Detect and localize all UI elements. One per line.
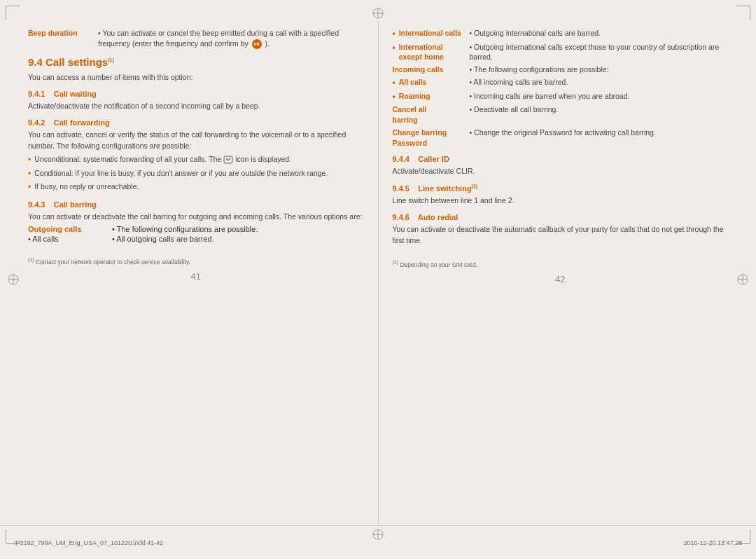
intl-calls-text: International calls xyxy=(399,28,461,39)
change-bold: Change barringPassword xyxy=(393,127,447,148)
sub-num-944: 9.4.4 xyxy=(393,155,410,163)
bullet-dot-2: • xyxy=(28,168,31,180)
left-page-num: 41 xyxy=(28,271,364,282)
incoming-calls-label: Incoming calls xyxy=(393,64,470,75)
intl-calls-label: • International calls xyxy=(393,28,470,40)
sub-heading-944: 9.4.4 Caller ID xyxy=(393,155,729,163)
all-incoming-label: • All calls xyxy=(393,77,470,89)
all-calls-desc-right: • All outgoing calls are barred. xyxy=(112,235,364,243)
corner-tr xyxy=(736,6,750,20)
change-password-label: Change barringPassword xyxy=(393,127,470,148)
sub-title-944: Caller ID xyxy=(418,155,449,163)
cancel-barring-row: Cancel allbarring • Deactivate all call … xyxy=(393,104,729,125)
sub-num-943: 9.4.3 xyxy=(28,200,45,209)
beep-duration-label: Beep duration xyxy=(28,28,98,49)
cancel-bold: Cancel allbarring xyxy=(393,104,427,125)
cancel-barring-label: Cancel allbarring xyxy=(393,104,470,125)
outgoing-desc: • The following configurations are possi… xyxy=(112,225,364,233)
right-column: • International calls • Outgoing interna… xyxy=(379,21,736,524)
left-footnote-sup: (1) xyxy=(28,257,34,262)
roaming-row: • Roaming • Incoming calls are barred wh… xyxy=(393,91,729,103)
roaming-bullet: • xyxy=(393,91,396,103)
change-password-row: Change barringPassword • Change the orig… xyxy=(393,127,729,148)
intl-home-bullet: • xyxy=(393,42,396,54)
sub-title-946: Auto redial xyxy=(418,213,458,221)
sub-944-desc: Activate/deactivate CLIR. xyxy=(393,166,729,177)
bullet-text-3: If busy, no reply or unreachable. xyxy=(34,181,139,192)
all-incoming-row: • All calls • All incoming calls are bar… xyxy=(393,77,729,89)
sub-941-desc: Activate/deactivate the notification of … xyxy=(28,101,364,111)
sub-num-945: 9.4.5 xyxy=(393,184,410,193)
all-calls-desc: • All outgoing calls are barred. xyxy=(112,235,214,243)
sub-heading-946: 9.4.6 Auto redial xyxy=(393,213,729,221)
incoming-bold: Incoming calls xyxy=(393,64,444,75)
bullet-busy: • If busy, no reply or unreachable. xyxy=(28,181,364,193)
footer-left-text: IP3192_799A_UM_Eng_USA_07_101220.indd 41… xyxy=(14,539,683,546)
ok-button-icon: ok xyxy=(252,39,262,49)
intl-bullet: • xyxy=(393,28,396,40)
sub-heading-942: 9.4.2 Call forwarding xyxy=(28,118,364,127)
bullet-text-2: Conditional: if your line is busy, if yo… xyxy=(34,168,328,179)
sub-title-942: Call forwarding xyxy=(54,118,110,127)
beep-duration-desc: • You can activate or cancel the beep em… xyxy=(98,28,364,49)
page-container: Beep duration • You can activate or canc… xyxy=(0,0,756,559)
footer: IP3192_799A_UM_Eng_USA_07_101220.indd 41… xyxy=(0,525,756,559)
all-calls-label: • All calls xyxy=(28,235,59,243)
page-41: 41 xyxy=(191,271,201,282)
content-area: Beep duration • You can activate or canc… xyxy=(21,21,735,524)
intl-home-text: Internationalexcept home xyxy=(399,42,444,62)
corner-tl xyxy=(6,6,20,20)
sub5-sup: (1) xyxy=(472,184,478,188)
outgoing-desc-text: • The following configurations are possi… xyxy=(112,225,258,233)
section-sup: (1) xyxy=(108,57,114,62)
sub-title-943: Call barring xyxy=(54,200,97,209)
all-calls-row: • All calls • All outgoing calls are bar… xyxy=(28,235,364,243)
bullet-dot-3: • xyxy=(28,181,31,193)
bullet-dot-1: • xyxy=(28,154,31,166)
beep-duration-row: Beep duration • You can activate or canc… xyxy=(28,28,364,49)
section-number: 9.4 Call settings xyxy=(28,56,108,68)
sub-945-desc: Line switch between line 1 and line 2. xyxy=(393,195,729,206)
cancel-barring-desc: • Deactivate all call barring. xyxy=(470,104,729,125)
svg-rect-12 xyxy=(224,156,232,163)
left-column: Beep duration • You can activate or canc… xyxy=(21,21,379,524)
intl-calls-desc: • Outgoing international calls are barre… xyxy=(470,28,729,40)
all-in-text: All calls xyxy=(399,77,427,88)
outgoing-bold-label: Outgoing calls xyxy=(28,225,81,233)
right-footnote: (1) Depending on your SIM card. xyxy=(393,260,729,268)
roaming-text: Roaming xyxy=(399,91,430,102)
bullet-text-1: Unconditional: systematic forwarding of … xyxy=(34,154,291,165)
intl-home-row: • Internationalexcept home • Outgoing in… xyxy=(393,42,729,62)
sub-num-941: 9.4.1 xyxy=(28,90,45,98)
sub-heading-941: 9.4.1 Call waiting xyxy=(28,90,364,98)
intl-home-label: • Internationalexcept home xyxy=(393,42,470,62)
outgoing-label: Outgoing calls xyxy=(28,225,112,233)
outgoing-calls-row: Outgoing calls • The following configura… xyxy=(28,225,364,233)
sub-946-desc: You can activate or deactivate the autom… xyxy=(393,224,729,245)
bullet-unconditional: • Unconditional: systematic forwarding o… xyxy=(28,154,364,166)
intl-home-desc: • Outgoing international calls except th… xyxy=(470,42,729,62)
right-footnote-text: Depending on your SIM card. xyxy=(400,261,477,268)
all-in-bullet: • xyxy=(393,77,396,89)
sub-title-945: Line switching xyxy=(418,184,471,193)
change-password-desc: • Change the original Password for activ… xyxy=(470,127,729,148)
sub-heading-943: 9.4.3 Call barring xyxy=(28,200,364,209)
left-side-target xyxy=(7,273,20,286)
sub-title-941: Call waiting xyxy=(54,90,97,98)
right-footnote-sup: (1) xyxy=(393,260,399,265)
all-incoming-desc: • All incoming calls are barred. xyxy=(470,77,729,89)
roaming-label: • Roaming xyxy=(393,91,470,103)
right-page-num: 42 xyxy=(393,274,729,284)
section-intro: You can access a number of items with th… xyxy=(28,72,364,83)
incoming-calls-row: Incoming calls • The following configura… xyxy=(393,64,729,75)
left-footnote-text: Contact your network operator to check s… xyxy=(36,258,190,265)
intl-calls-row: • International calls • Outgoing interna… xyxy=(393,28,729,40)
all-calls-label-left: • All calls xyxy=(28,235,112,243)
footer-right-text: 2010-12-20 13:47:28 xyxy=(683,539,742,546)
bullet-conditional: • Conditional: if your line is busy, if … xyxy=(28,168,364,180)
barring-table: • International calls • Outgoing interna… xyxy=(393,28,729,148)
beep-text-1: • You can activate or cancel the beep em… xyxy=(98,29,339,48)
page-42: 42 xyxy=(555,274,565,284)
section-heading-94: 9.4 Call settings(1) xyxy=(28,56,364,68)
sub-942-desc: You can activate, cancel or verify the s… xyxy=(28,130,364,151)
